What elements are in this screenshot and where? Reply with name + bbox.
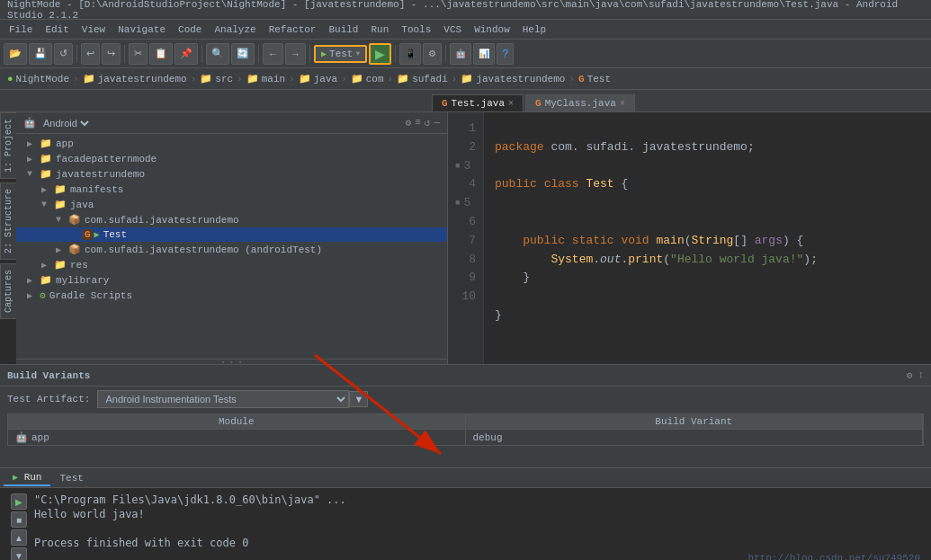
toolbar-btn-more1[interactable]: 🤖 xyxy=(450,43,471,65)
sidebar-gear-icon[interactable]: ⚙ xyxy=(406,117,412,129)
run-play-ctrl[interactable]: ▶ xyxy=(11,493,27,510)
artifact-dropdown-btn[interactable]: ▼ xyxy=(349,391,368,407)
breadcrumb-sep-1: › xyxy=(73,74,79,84)
g-icon: G xyxy=(578,74,585,84)
toolbar-btn-redo[interactable]: ↪ xyxy=(102,43,121,65)
tree-item-java[interactable]: ▼ 📁 java xyxy=(16,197,447,212)
menu-build[interactable]: Build xyxy=(323,22,363,37)
toolbar-btn-help[interactable]: ? xyxy=(497,43,514,65)
breadcrumb-sep-2: › xyxy=(191,74,197,84)
toolbar-sep-2 xyxy=(124,45,125,63)
run-up-ctrl[interactable]: ▲ xyxy=(11,529,27,546)
artifact-select[interactable]: Android Instrumentation Tests Unit Tests xyxy=(97,390,349,408)
breadcrumb-com[interactable]: 📁 com xyxy=(351,73,384,84)
toolbar-btn-find[interactable]: 🔍 xyxy=(206,43,229,65)
sidebar-collapse-icon[interactable]: — xyxy=(434,117,440,129)
breadcrumb-test-label: Test xyxy=(587,74,611,84)
bottom-panel-tabs: ▶ Run Test xyxy=(0,468,931,488)
toolbar-btn-replace[interactable]: 🔄 xyxy=(231,43,255,65)
menu-tools[interactable]: Tools xyxy=(396,22,436,37)
toolbar-btn-sync[interactable]: ↺ xyxy=(54,43,73,65)
menu-navigate[interactable]: Navigate xyxy=(112,22,171,37)
sidebar-resize-handle[interactable]: • • • xyxy=(16,359,447,364)
code-content[interactable]: package com. sufadi. javatestrundemo; pu… xyxy=(484,112,931,364)
tree-item-app[interactable]: ▶ 📁 app xyxy=(16,136,447,151)
tree-item-androidtest[interactable]: ▶ 📦 com.sufadi.javatestrundemo (androidT… xyxy=(16,242,447,257)
breadcrumb-test[interactable]: G Test xyxy=(578,74,611,84)
sidebar-header: 🤖 Android Project ⚙ ≡ ↺ — xyxy=(16,112,447,134)
menu-view[interactable]: View xyxy=(76,22,111,37)
menu-refactor[interactable]: Refactor xyxy=(264,22,322,37)
menu-edit[interactable]: Edit xyxy=(40,22,74,37)
vert-tab-project[interactable]: 1: Project xyxy=(0,112,16,179)
project-view-dropdown[interactable]: Android Project xyxy=(40,117,92,129)
play-icon: ▶ xyxy=(375,47,385,61)
run-down-ctrl[interactable]: ▼ xyxy=(11,547,27,560)
breadcrumb-nightmode[interactable]: ● NightMode xyxy=(7,74,69,84)
folder-icon-2: 📁 xyxy=(200,73,212,84)
tree-item-package[interactable]: ▼ 📦 com.sufadi.javatestrundemo xyxy=(16,212,447,227)
bottom-tab-test[interactable]: Test xyxy=(50,471,92,485)
run-play-button[interactable]: ▶ xyxy=(369,43,391,65)
build-variants-expand-icon[interactable]: ↕ xyxy=(918,369,924,381)
toolbar-btn-more2[interactable]: 📊 xyxy=(473,43,495,65)
breadcrumb-javatestrundemo2[interactable]: 📁 javatestrundemo xyxy=(461,73,565,84)
tree-item-test[interactable]: ▶ G ▶ Test xyxy=(16,227,447,242)
console-hello-text: Hello world java! xyxy=(34,508,145,520)
table-header: Module Build Variant xyxy=(7,413,924,430)
tree-item-res[interactable]: ▶ 📁 res xyxy=(16,257,447,272)
toolbar-btn-undo[interactable]: ↩ xyxy=(81,43,100,65)
breadcrumb-java[interactable]: 📁 java xyxy=(299,73,337,84)
breadcrumb-sufadi[interactable]: 📁 sufadi xyxy=(397,73,448,84)
tree-item-gradle[interactable]: ▶ ⚙ Gradle Scripts xyxy=(16,288,447,303)
tree-item-javatestrundemo[interactable]: ▼ 📁 javatestrundemo xyxy=(16,166,447,182)
breadcrumb-java-label: java xyxy=(314,74,337,84)
breadcrumb-sufadi-label: sufadi xyxy=(412,74,448,84)
run-stop-ctrl[interactable]: ■ xyxy=(11,511,27,528)
console-blank xyxy=(34,522,920,535)
bottom-tab-run[interactable]: ▶ Run xyxy=(4,470,50,486)
console-exit: Process finished with exit code 0 xyxy=(34,537,920,549)
cell-variant-debug[interactable]: debug xyxy=(466,430,924,445)
breadcrumb-javatestrundemo[interactable]: 📁 javatestrundemo xyxy=(83,73,187,84)
menu-window[interactable]: Window xyxy=(469,22,515,37)
toolbar-btn-save[interactable]: 💾 xyxy=(29,43,52,65)
toolbar-btn-paste[interactable]: 📌 xyxy=(175,43,198,65)
folder-icon-1: 📁 xyxy=(83,73,95,84)
tab-myclass-close[interactable]: × xyxy=(620,99,625,109)
toolbar-btn-copy[interactable]: 📋 xyxy=(149,43,173,65)
tree-item-facade[interactable]: ▶ 📁 facadepatternmode xyxy=(16,151,447,166)
toolbar-btn-avd[interactable]: 📱 xyxy=(399,43,421,65)
menu-run[interactable]: Run xyxy=(365,22,394,37)
tab-test-close[interactable]: × xyxy=(508,99,514,109)
breadcrumb-sep-7: › xyxy=(452,74,458,84)
breadcrumb-bar: ● NightMode › 📁 javatestrundemo › 📁 src … xyxy=(0,68,931,90)
menu-vcs[interactable]: VCS xyxy=(438,22,467,37)
tab-myclass-java[interactable]: G MyClass.java × xyxy=(525,94,635,111)
build-variants-header: Build Variants ⚙ ↕ xyxy=(0,365,931,387)
folder-manifests-icon: 📁 xyxy=(54,183,67,195)
vert-tab-structure[interactable]: 2: Structure xyxy=(0,182,16,260)
sidebar-sync-icon[interactable]: ↺ xyxy=(425,117,431,129)
toolbar-btn-nav-back[interactable]: ← xyxy=(263,43,283,65)
bottom-inner: ▶ ■ ▲ ▼ ◉ ⊟ "C:\Program Files\Java\jdk1.… xyxy=(11,493,920,560)
toolbar-btn-1[interactable]: 📂 xyxy=(4,43,27,65)
toolbar-btn-nav-fwd[interactable]: → xyxy=(285,43,306,65)
breadcrumb-main[interactable]: 📁 main xyxy=(246,73,285,84)
col-variant: Build Variant xyxy=(466,414,924,429)
breadcrumb-src[interactable]: 📁 src xyxy=(200,73,233,84)
menu-file[interactable]: File xyxy=(4,22,38,37)
tab-test-java[interactable]: G Test.java × xyxy=(432,94,524,111)
tree-item-manifests[interactable]: ▶ 📁 manifests xyxy=(16,182,447,197)
build-variants-gear-icon[interactable]: ⚙ xyxy=(907,369,913,381)
toolbar-sep-4 xyxy=(258,45,259,63)
menu-analyze[interactable]: Analyze xyxy=(209,22,261,37)
menu-help[interactable]: Help xyxy=(517,22,551,37)
toolbar-btn-sdk[interactable]: ⚙ xyxy=(423,43,442,65)
vert-tab-captures[interactable]: Captures xyxy=(0,263,16,319)
toolbar-btn-cut[interactable]: ✂ xyxy=(129,43,148,65)
tree-item-mylibrary[interactable]: ▶ 📁 mylibrary xyxy=(16,272,447,288)
run-config-box[interactable]: ▶ Test ▼ xyxy=(314,45,367,63)
sidebar-settings-icon[interactable]: ≡ xyxy=(415,117,421,129)
menu-code[interactable]: Code xyxy=(173,22,207,37)
